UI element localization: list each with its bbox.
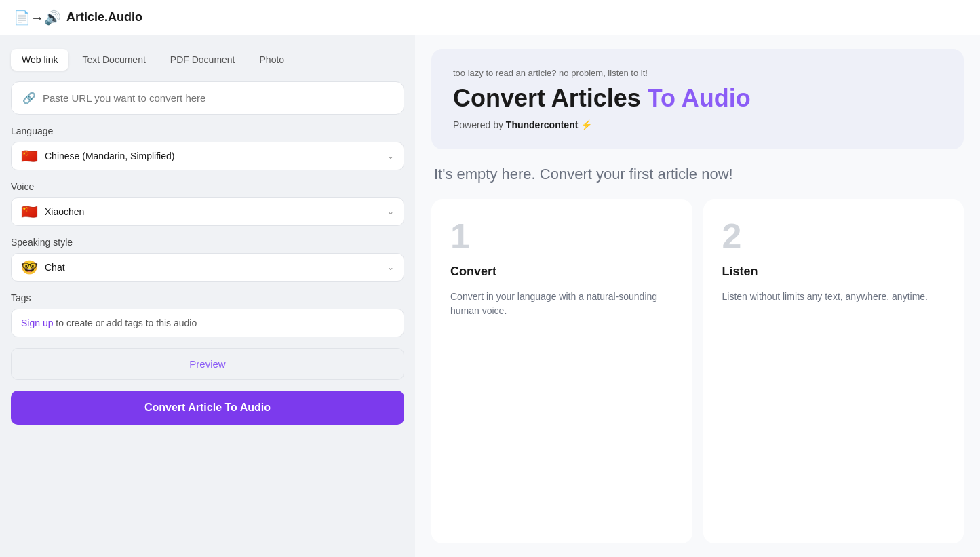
left-panel: Web link Text Document PDF Document Phot… [0,35,415,557]
hero-title: Convert Articles To Audio [453,83,942,113]
powered-brand: Thundercontent [506,119,579,130]
hero-title-black: Convert Articles [453,84,641,112]
voice-flag: 🇨🇳 [21,205,38,218]
voice-chevron-icon: ⌄ [387,207,394,216]
tags-box: Sign up to create or add tags to this au… [11,309,404,337]
tab-pdf-document[interactable]: PDF Document [159,49,246,71]
feature-card-1-number: 1 [450,218,673,254]
tags-description: to create or add tags to this audio [53,318,197,328]
feature-card-convert: 1 Convert Convert in your language with … [431,199,692,543]
empty-state-title: It's empty here. Convert your first arti… [431,166,964,183]
hero-title-purple: To Audio [648,84,751,112]
language-section: Language 🇨🇳 Chinese (Mandarin, Simplifie… [11,126,404,170]
feature-card-2-number: 2 [722,218,945,254]
signup-link[interactable]: Sign up [21,318,53,328]
powered-text: Powered by [453,119,506,130]
language-select[interactable]: 🇨🇳 Chinese (Mandarin, Simplified) ⌄ [11,142,404,170]
link-icon: 🔗 [22,92,36,104]
language-label: Language [11,126,404,136]
right-panel: too lazy to read an article? no problem,… [415,35,980,557]
voice-select[interactable]: 🇨🇳 Xiaochen ⌄ [11,197,404,226]
voice-label: Voice [11,181,404,192]
language-chevron-icon: ⌄ [387,151,394,161]
feature-card-1-title: Convert [450,265,673,279]
hero-powered: Powered by Thundercontent ⚡ [453,119,942,130]
feature-card-2-desc: Listen without limits any text, anywhere… [722,290,945,304]
speaking-style-emoji: 🤓 [21,261,38,274]
header: 📄→🔊 Article.Audio [0,0,980,35]
url-input-box[interactable]: 🔗 [11,81,404,115]
url-input[interactable] [43,92,393,104]
tags-section: Tags Sign up to create or add tags to th… [11,292,404,337]
voice-section: Voice 🇨🇳 Xiaochen ⌄ [11,181,404,226]
speaking-style-chevron-icon: ⌄ [387,263,394,272]
speaking-style-value: Chat [45,262,380,273]
tab-photo[interactable]: Photo [249,49,296,71]
main-layout: Web link Text Document PDF Document Phot… [0,35,980,557]
language-flag: 🇨🇳 [21,149,38,163]
hero-subtitle: too lazy to read an article? no problem,… [453,68,942,78]
logo-icon: 📄→🔊 [14,9,61,26]
feature-cards-row: 1 Convert Convert in your language with … [431,199,964,543]
speaking-style-label: Speaking style [11,237,404,248]
tags-label: Tags [11,292,404,303]
app-title: Article.Audio [66,10,142,24]
tab-web-link[interactable]: Web link [11,49,68,71]
tab-bar: Web link Text Document PDF Document Phot… [11,49,404,71]
convert-button[interactable]: Convert Article To Audio [11,391,404,425]
language-value: Chinese (Mandarin, Simplified) [45,151,380,161]
preview-button[interactable]: Preview [11,348,404,380]
feature-card-1-desc: Convert in your language with a natural-… [450,290,673,318]
powered-emoji: ⚡ [581,119,592,130]
feature-card-listen: 2 Listen Listen without limits any text,… [703,199,964,543]
speaking-style-section: Speaking style 🤓 Chat ⌄ [11,237,404,282]
voice-value: Xiaochen [45,206,380,217]
hero-card: too lazy to read an article? no problem,… [431,49,964,149]
tab-text-document[interactable]: Text Document [71,49,156,71]
speaking-style-select[interactable]: 🤓 Chat ⌄ [11,253,404,282]
feature-card-2-title: Listen [722,265,945,279]
